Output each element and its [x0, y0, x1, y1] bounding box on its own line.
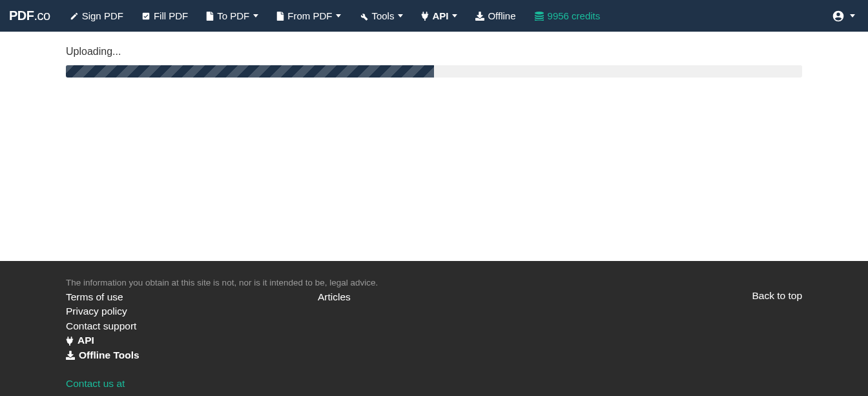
chevron-down-icon — [850, 14, 855, 17]
chevron-down-icon — [336, 14, 341, 17]
nav-frompdf-label: From PDF — [287, 10, 332, 21]
nav-sign-pdf[interactable]: Sign PDF — [61, 0, 132, 32]
pencil-icon — [70, 12, 79, 21]
upload-status: Uploading... — [66, 46, 802, 57]
file-icon — [206, 12, 214, 21]
footer-contact[interactable]: Contact us at — [66, 378, 802, 390]
back-to-top[interactable]: Back to top — [752, 290, 802, 302]
file-icon — [276, 12, 284, 21]
check-square-icon — [141, 12, 150, 21]
footer-offline[interactable]: Offline Tools — [66, 348, 318, 362]
wrench-icon — [359, 12, 368, 21]
footer-offline-label: Offline Tools — [79, 348, 140, 362]
main-content: Uploading... — [66, 32, 802, 261]
nav-items: Sign PDF Fill PDF To PDF From PDF — [61, 0, 610, 32]
footer-disclaimer: The information you obtain at this site … — [66, 278, 802, 287]
nav-sign-label: Sign PDF — [82, 10, 123, 21]
nav-api[interactable]: API — [412, 0, 466, 32]
chevron-down-icon — [452, 14, 457, 17]
chevron-down-icon — [398, 14, 403, 17]
nav-fill-pdf[interactable]: Fill PDF — [132, 0, 197, 32]
brand-thin: .co — [34, 8, 50, 23]
nav-from-pdf[interactable]: From PDF — [267, 0, 350, 32]
footer-privacy[interactable]: Privacy policy — [66, 304, 318, 318]
nav-offline-label: Offline — [488, 10, 515, 21]
progress-bar — [66, 65, 802, 78]
user-circle-icon — [832, 10, 845, 23]
plug-icon — [421, 12, 429, 21]
brand-bold: PDF — [9, 8, 34, 23]
nav-api-label: API — [432, 10, 448, 21]
nav-credits[interactable]: 9956 credits — [525, 0, 610, 32]
nav-offline[interactable]: Offline — [466, 0, 524, 32]
chevron-down-icon — [253, 14, 258, 17]
footer-api-label: API — [78, 333, 94, 348]
footer-terms[interactable]: Terms of use — [66, 290, 318, 304]
download-icon — [66, 351, 75, 360]
nav-fill-label: Fill PDF — [154, 10, 188, 21]
footer-articles[interactable]: Articles — [318, 290, 570, 304]
nav-topdf-label: To PDF — [217, 10, 249, 21]
user-menu[interactable] — [828, 10, 859, 23]
nav-credits-label: 9956 credits — [548, 10, 601, 21]
nav-tools-label: Tools — [371, 10, 394, 21]
plug-icon — [66, 337, 74, 346]
navbar: PDF.co Sign PDF Fill PDF To PDF From — [0, 0, 868, 32]
download-icon — [475, 12, 484, 21]
nav-to-pdf[interactable]: To PDF — [197, 0, 267, 32]
brand-logo[interactable]: PDF.co — [9, 8, 50, 23]
footer: The information you obtain at this site … — [0, 261, 868, 396]
footer-api[interactable]: API — [66, 333, 318, 348]
progress-fill — [66, 65, 434, 78]
footer-support[interactable]: Contact support — [66, 319, 318, 333]
nav-tools[interactable]: Tools — [350, 0, 412, 32]
coins-icon — [534, 12, 544, 21]
